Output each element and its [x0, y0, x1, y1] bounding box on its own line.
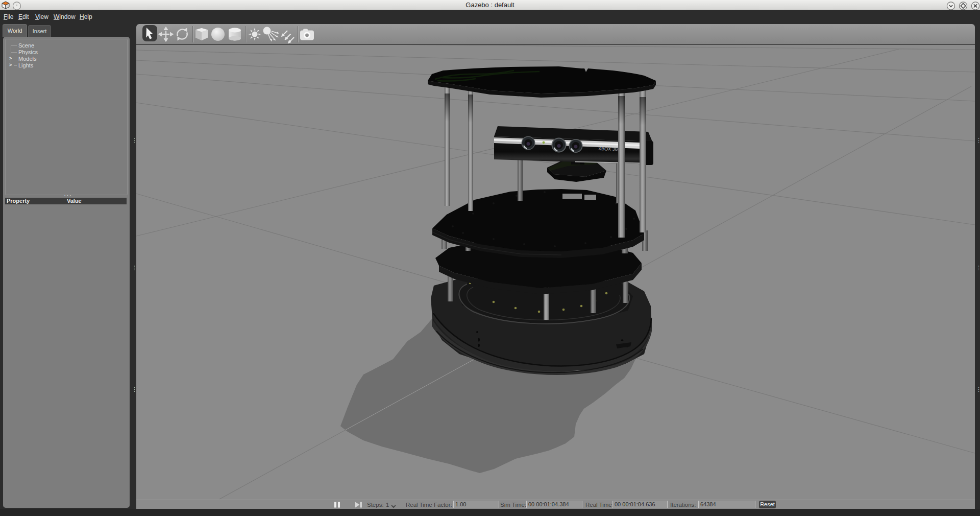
- svg-text:XBOX 360: XBOX 360: [598, 146, 620, 152]
